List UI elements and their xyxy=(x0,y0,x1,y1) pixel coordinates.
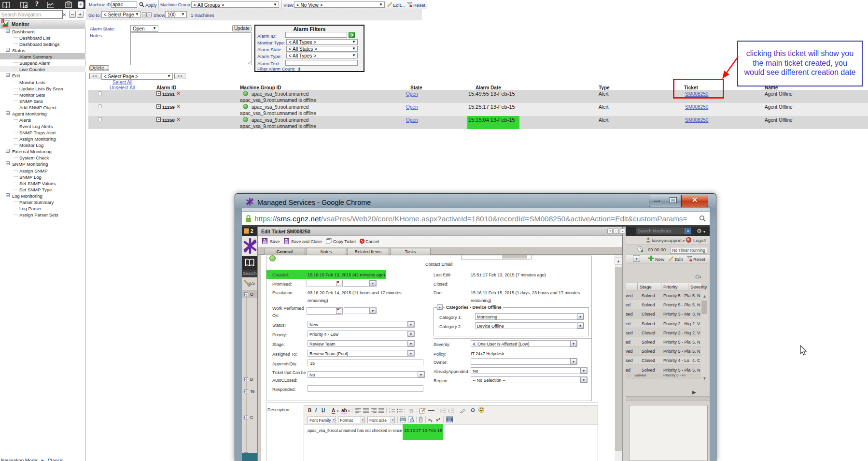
svg-text:2: 2 xyxy=(389,411,391,414)
svg-text:1: 1 xyxy=(389,408,391,411)
svg-text:!: ! xyxy=(2,20,3,23)
